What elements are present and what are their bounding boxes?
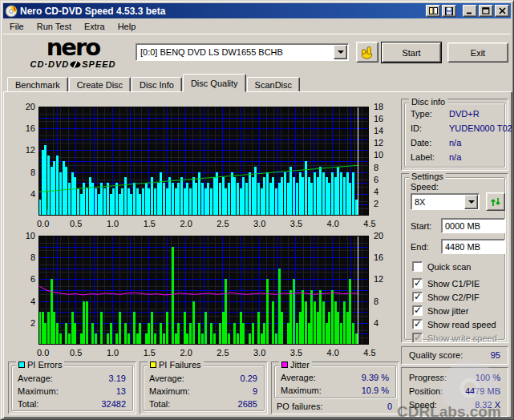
quick-scan-checkbox[interactable]: Quick scan xyxy=(412,261,471,272)
x-axis-tick: 4.0 xyxy=(323,219,342,228)
speed-select[interactable]: 8X xyxy=(411,193,480,210)
minimize-button[interactable] xyxy=(463,5,477,17)
x-axis-tick: 4.0 xyxy=(323,348,342,357)
x-axis-tick: 4.5 xyxy=(360,219,379,228)
speed-label: Speed: xyxy=(411,182,439,192)
start-position-input[interactable]: 0000 MB xyxy=(441,218,505,233)
stat-value: 13 xyxy=(116,386,126,396)
tab-label: Disc Info xyxy=(140,80,174,90)
disc-info-panel: Disc info Type:DVD+R ID:YUDEN000 T02 Dat… xyxy=(401,99,508,171)
disc-date-value: n/a xyxy=(449,138,461,147)
x-axis-tick: 1.0 xyxy=(103,348,123,357)
y2-axis-tick: 8 xyxy=(374,297,393,306)
eject-tray-button[interactable] xyxy=(356,42,378,63)
x-axis-tick: 3.5 xyxy=(286,348,306,357)
cdrlabs-watermark: CDRLabs.com xyxy=(397,403,501,420)
nero-logo-cddvd: CD·DVD xyxy=(30,60,69,69)
menu-extra[interactable]: Extra xyxy=(78,20,111,33)
start-button-label: Start xyxy=(402,48,420,58)
checkbox-icon xyxy=(412,292,423,302)
show-write-speed-checkbox: Show write speed xyxy=(412,333,497,343)
tab-label: Benchmark xyxy=(15,80,60,90)
stat-label: Maximum: xyxy=(18,386,59,396)
show-c2-pif-checkbox[interactable]: Show C2/PIF xyxy=(412,292,480,302)
y2-axis-tick: 8 xyxy=(374,163,393,172)
checkbox-label: Show write speed xyxy=(427,333,497,343)
y-axis-tick: 10 xyxy=(17,231,35,240)
chevron-down-icon xyxy=(338,50,344,54)
menu-file[interactable]: File xyxy=(3,20,30,33)
start-position-value: 0000 MB xyxy=(445,221,480,231)
title-bar: Nero CD-DVD Speed 4.53.3 beta xyxy=(3,3,511,18)
help-book-button[interactable] xyxy=(426,5,440,17)
y2-axis-tick: 16 xyxy=(374,114,393,123)
pi-errors-panel: PI Errors Average:3.19 Maximum:13 Total:… xyxy=(8,361,136,414)
y-axis-tick: 4 xyxy=(17,297,35,306)
pi-errors-groupbox: PI Errors Average:3.19 Maximum:13 Total:… xyxy=(11,365,133,411)
stat-label: Total: xyxy=(18,399,38,409)
x-axis-tick: 3.5 xyxy=(286,219,306,228)
show-c1-pie-checkbox[interactable]: Show C1/PIE xyxy=(412,278,480,289)
start-field-label: Start: xyxy=(411,221,431,231)
refresh-arrows-icon xyxy=(490,196,501,208)
hand-icon xyxy=(360,45,375,60)
y2-axis-tick: 18 xyxy=(374,102,393,111)
y2-axis-tick: 10 xyxy=(374,150,393,160)
show-read-speed-checkbox[interactable]: Show read speed xyxy=(412,319,496,329)
exit-button-label: Exit xyxy=(471,48,485,58)
x-axis-tick: 1.5 xyxy=(140,348,159,357)
stat-value: 10.9 % xyxy=(362,386,389,395)
x-axis-tick: 0.5 xyxy=(67,348,86,357)
app-window: Nero CD-DVD Speed 4.53.3 beta File Run T… xyxy=(0,0,514,420)
window-title: Nero CD-DVD Speed 4.53.3 beta xyxy=(20,6,424,17)
drive-select-arrow[interactable] xyxy=(334,45,347,59)
x-axis-tick: 0.0 xyxy=(37,219,56,228)
stat-label: Maximum: xyxy=(149,386,190,396)
tab-create-disc[interactable]: Create Disc xyxy=(69,77,131,92)
checkbox-icon xyxy=(412,261,423,272)
disc-info-label: Date: xyxy=(411,138,431,147)
x-axis-tick: 3.0 xyxy=(250,219,269,228)
y-axis-tick: 2 xyxy=(17,318,35,328)
save-image-button[interactable] xyxy=(442,5,456,17)
speed-select-value: 8X xyxy=(415,197,464,207)
show-jitter-checkbox[interactable]: Show jitter xyxy=(412,305,468,316)
menu-help[interactable]: Help xyxy=(111,20,143,33)
exit-button[interactable]: Exit xyxy=(447,42,508,63)
tab-scandisc[interactable]: ScanDisc xyxy=(247,77,300,92)
stat-value: 32482 xyxy=(101,399,126,409)
tab-disc-quality[interactable]: Disc Quality xyxy=(183,74,246,92)
x-axis-tick: 3.0 xyxy=(250,348,269,357)
checkbox-icon xyxy=(412,333,423,343)
disc-label-value: n/a xyxy=(449,152,461,162)
pi-errors-plot xyxy=(38,107,369,216)
refresh-speeds-button[interactable] xyxy=(486,192,505,211)
start-button[interactable]: Start xyxy=(382,42,441,63)
drive-select-value: [0:0] BENQ DVD LS DW1655 BCHB xyxy=(136,47,334,57)
po-failures-value: 0 xyxy=(387,402,392,411)
y2-axis-tick: 2 xyxy=(374,199,393,208)
x-axis-tick: 2.0 xyxy=(176,219,196,228)
disc-info-groupbox: Disc info Type:DVD+R ID:YUDEN000 T02 Dat… xyxy=(404,103,505,168)
position-label: Position: xyxy=(409,386,443,396)
checkbox-label: Show jitter xyxy=(427,306,468,316)
checkbox-icon xyxy=(412,319,423,329)
chevron-down-icon xyxy=(468,200,475,204)
maximize-button[interactable] xyxy=(479,5,493,17)
tab-disc-info[interactable]: Disc Info xyxy=(132,77,182,92)
stat-value: 9 xyxy=(253,386,257,396)
stat-value: 2685 xyxy=(238,399,257,409)
speed-select-arrow[interactable] xyxy=(464,195,478,209)
y-axis-tick: 12 xyxy=(17,145,35,155)
y2-axis-tick: 4 xyxy=(374,187,393,196)
end-position-input[interactable]: 4480 MB xyxy=(441,239,505,254)
tab-benchmark[interactable]: Benchmark xyxy=(7,77,68,92)
disc-info-label: Type: xyxy=(411,109,432,119)
close-button[interactable] xyxy=(495,5,509,17)
y-axis-tick: 16 xyxy=(17,123,35,133)
drive-select[interactable]: [0:0] BENQ DVD LS DW1655 BCHB xyxy=(136,43,349,61)
tab-strip: Benchmark Create Disc Disc Info Disc Qua… xyxy=(7,75,301,92)
menu-bar: File Run Test Extra Help xyxy=(3,18,511,34)
jitter-groupbox: Jitter Average:9.39 % Maximum:10.9 % xyxy=(274,365,396,398)
menu-run-test[interactable]: Run Test xyxy=(30,20,78,33)
